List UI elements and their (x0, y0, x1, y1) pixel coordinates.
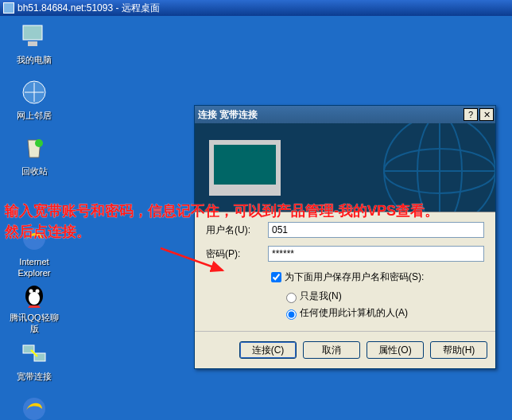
svg-point-6 (29, 292, 40, 305)
connect-button[interactable]: 连接(C) (239, 341, 297, 359)
desktop-icon-网上邻居[interactable]: 网上邻居 (6, 78, 62, 121)
desktop-icon-宽带连接[interactable]: 宽带连接 (6, 339, 62, 382)
icon-label: 宽带连接 (6, 371, 62, 382)
icon-graphic (20, 134, 48, 162)
window-title: bh51.84684.net:51093 - 远程桌面 (17, 2, 160, 15)
radio-anyone-label: 任何使用此计算机的人(A) (300, 306, 408, 320)
dialog-title: 连接 宽带连接 (198, 108, 462, 122)
desktop-icon-我的电脑[interactable]: 我的电脑 (6, 22, 62, 65)
remote-desktop-title-bar: bh51.84684.net:51093 - 远程桌面 (0, 0, 512, 16)
dialog-banner (195, 123, 495, 212)
radio-only-me[interactable] (286, 293, 297, 303)
svg-point-3 (35, 139, 43, 147)
svg-line-13 (161, 248, 223, 270)
icon-graphic (20, 22, 48, 51)
icon-label: 腾讯QQ轻聊版 (6, 312, 62, 334)
instruction-overlay: 输入宽带账号和密码，信息记不住，可以到产品管理-我的VPS查看。 然后点连接。 (5, 200, 439, 242)
help-button[interactable]: 帮助(H) (430, 341, 487, 359)
icon-graphic (20, 339, 48, 368)
icon-label: 网上邻居 (6, 110, 62, 121)
svg-rect-1 (28, 41, 37, 46)
icon-label: 回收站 (6, 165, 62, 177)
desktop: 我的电脑网上邻居回收站InternetExplorer腾讯QQ轻聊版宽带连接中网… (0, 16, 512, 420)
dialog-title-bar[interactable]: 连接 宽带连接 ? ✕ (195, 106, 495, 123)
radio-anyone[interactable] (286, 309, 297, 320)
window-icon (3, 2, 14, 14)
icon-graphic (20, 280, 48, 309)
svg-point-7 (29, 290, 33, 294)
save-credentials-label: 为下面用户保存用户名和密码(S): (285, 270, 424, 284)
desktop-icon-回收站[interactable]: 回收站 (6, 134, 62, 177)
icon-graphic (20, 395, 48, 420)
dialog-button-row: 连接(C) 取消 属性(O) 帮助(H) (195, 331, 495, 368)
icon-label: InternetExplorer (6, 256, 62, 278)
monitor-icon (209, 140, 281, 196)
svg-point-12 (23, 398, 45, 420)
desktop-icon-腾讯QQ轻聊
版[interactable]: 腾讯QQ轻聊版 (6, 280, 62, 334)
cancel-button[interactable]: 取消 (303, 341, 360, 359)
arrow-annotation (159, 247, 231, 278)
help-title-button[interactable]: ? (464, 108, 478, 121)
password-input[interactable] (268, 246, 484, 262)
icon-label: 我的电脑 (6, 54, 62, 65)
radio-only-me-label: 只是我(N) (300, 290, 342, 303)
globe-icon (352, 123, 495, 212)
svg-rect-0 (23, 25, 42, 40)
properties-button[interactable]: 属性(O) (367, 341, 424, 359)
save-credentials-checkbox[interactable] (271, 272, 281, 282)
desktop-icon-中网快连[interactable]: 中网快连 (6, 395, 62, 420)
svg-point-8 (36, 290, 40, 294)
icon-graphic (20, 78, 48, 107)
close-title-button[interactable]: ✕ (479, 108, 494, 121)
